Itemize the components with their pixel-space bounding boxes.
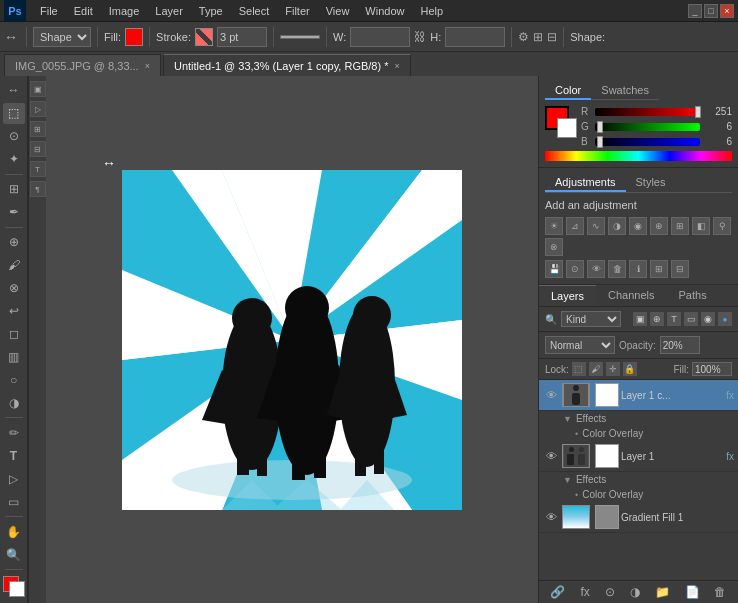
vibrance-icon[interactable]: ◉ [629,217,647,235]
blend-mode-select[interactable]: Normal Dissolve Multiply Screen Overlay [545,336,615,354]
tab-untitled1[interactable]: Untitled-1 @ 33,3% (Layer 1 copy, RGB/8)… [163,54,411,76]
curves-icon[interactable]: ∿ [587,217,605,235]
height-input[interactable] [445,27,505,47]
menu-type[interactable]: Type [191,3,231,19]
minimize-button[interactable]: _ [688,4,702,18]
stroke-color-swatch[interactable] [195,28,213,46]
color-tab[interactable]: Color [545,82,591,100]
paths-tab[interactable]: Paths [667,285,719,306]
lock-all-icon[interactable]: 🔒 [623,362,637,376]
artwork-canvas[interactable] [122,170,462,510]
exposure-icon[interactable]: ◑ [608,217,626,235]
path-select-tool[interactable]: ▷ [3,468,25,489]
layer-1-visibility[interactable]: 👁 [543,448,559,464]
panel-toggle-3[interactable]: ⊞ [30,121,46,137]
lasso-tool[interactable]: ⊙ [3,126,25,147]
layer-0-color-overlay[interactable]: • Color Overlay [539,426,738,441]
layer-0-fx[interactable]: fx [726,390,734,401]
menu-filter[interactable]: Filter [277,3,317,19]
clone-stamp-tool[interactable]: ⊗ [3,278,25,299]
styles-tab[interactable]: Styles [626,174,676,192]
fill-input[interactable] [692,362,732,376]
info-icon[interactable]: ℹ [629,260,647,278]
channel-mixer-icon[interactable]: ⊗ [545,238,563,256]
layer-item-0[interactable]: 👁 Layer 1 c... fx [539,380,738,411]
layer-filter-shape[interactable]: ▭ [684,312,698,326]
line-style-swatch[interactable] [280,35,320,39]
layer-0-effects[interactable]: ▼ Effects [539,411,738,426]
layer-2-visibility[interactable]: 👁 [543,509,559,525]
swatches-tab[interactable]: Swatches [591,82,659,100]
menu-edit[interactable]: Edit [66,3,101,19]
add-mask-icon[interactable]: ⊙ [605,585,615,599]
dodge-tool[interactable]: ◑ [3,393,25,414]
menu-help[interactable]: Help [412,3,451,19]
lock-transparent-icon[interactable]: ⬚ [572,362,586,376]
fill-color-swatch[interactable] [125,28,143,46]
grid-icon[interactable]: ⊞ [650,260,668,278]
menu-file[interactable]: File [32,3,66,19]
green-slider[interactable] [595,123,700,131]
color-balance-icon[interactable]: ⊞ [671,217,689,235]
shape-tool[interactable]: ▭ [3,491,25,512]
lock-image-icon[interactable]: 🖌 [589,362,603,376]
panel-toggle-6[interactable]: ¶ [30,181,46,197]
layer-item-2[interactable]: 👁 Gradient Fill 1 [539,502,738,533]
photo-filter-icon[interactable]: ⚲ [713,217,731,235]
stroke-size-input[interactable] [217,27,267,47]
maximize-button[interactable]: □ [704,4,718,18]
pen-tool[interactable]: ✏ [3,422,25,443]
crop-tool[interactable]: ⊞ [3,179,25,200]
brightness-contrast-icon[interactable]: ☀ [545,217,563,235]
layer-1-color-overlay[interactable]: • Color Overlay [539,487,738,502]
settings-icon[interactable]: ⚙ [518,30,529,44]
panel-toggle-1[interactable]: ▣ [30,81,46,97]
close-button[interactable]: × [720,4,734,18]
panel-toggle-4[interactable]: ⊟ [30,141,46,157]
layer-filter-smart[interactable]: ◉ [701,312,715,326]
tool-mode-select[interactable]: Shape Path Pixels [33,27,91,47]
menu-image[interactable]: Image [101,3,148,19]
marquee-tool[interactable]: ⬚ [3,103,25,124]
new-fill-adjustment-icon[interactable]: ◑ [630,585,640,599]
tab-img0055-close[interactable]: × [145,61,150,71]
panel-toggle-2[interactable]: ▷ [30,101,46,117]
layer-filter-adjustment[interactable]: ⊕ [650,312,664,326]
layer-1-fx[interactable]: fx [726,451,734,462]
eyedropper-tool[interactable]: ✒ [3,202,25,223]
delete-icon[interactable]: 🗑 [608,260,626,278]
tab-img0055[interactable]: IMG_0055.JPG @ 8,33... × [4,54,161,76]
layers-tab[interactable]: Layers [539,285,596,306]
clip-icon[interactable]: ⊙ [566,260,584,278]
color-fg-bg-boxes[interactable] [545,106,577,138]
bg-color-box[interactable] [9,581,25,597]
color-spectrum[interactable] [545,151,732,161]
levels-icon[interactable]: ⊿ [566,217,584,235]
blue-slider[interactable] [595,138,700,146]
link-layers-icon[interactable]: 🔗 [550,585,565,599]
table-icon[interactable]: ⊟ [671,260,689,278]
tab-untitled1-close[interactable]: × [395,61,400,71]
layer-filter-type[interactable]: T [667,312,681,326]
menu-window[interactable]: Window [357,3,412,19]
hand-tool[interactable]: ✋ [3,521,25,542]
eraser-tool[interactable]: ◻ [3,324,25,345]
kind-filter-select[interactable]: Kind Name Effect Mode Attribute Color [561,311,621,327]
opacity-input[interactable] [660,336,700,354]
magic-wand-tool[interactable]: ✦ [3,149,25,170]
history-brush-tool[interactable]: ↩ [3,301,25,322]
adjustments-tab[interactable]: Adjustments [545,174,626,192]
panel-toggle-5[interactable]: T [30,161,46,177]
delete-layer-icon[interactable]: 🗑 [714,585,726,599]
zoom-tool[interactable]: 🔍 [3,544,25,565]
distribute-icon[interactable]: ⊟ [547,30,557,44]
save-icon[interactable]: 💾 [545,260,563,278]
add-layer-style-icon[interactable]: fx [580,585,589,599]
canvas-area[interactable]: ↔ [46,76,538,603]
black-white-icon[interactable]: ◧ [692,217,710,235]
eye-icon2[interactable]: 👁 [587,260,605,278]
link-icon[interactable]: ⛓ [414,30,426,44]
healing-brush-tool[interactable]: ⊕ [3,232,25,253]
layer-filter-toggle[interactable]: ● [718,312,732,326]
channels-tab[interactable]: Channels [596,285,666,306]
